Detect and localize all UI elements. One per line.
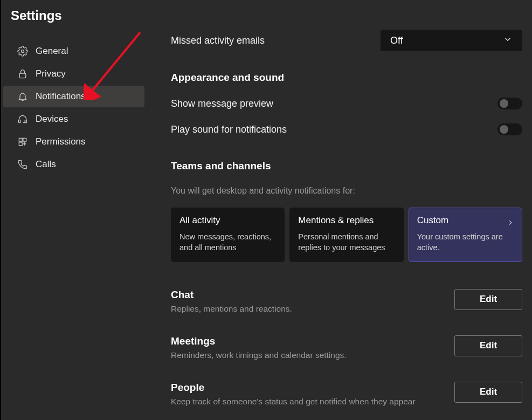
card-desc: New messages, reactions, and all mention…	[179, 231, 276, 253]
card-desc: Personal mentions and replies to your me…	[298, 231, 395, 253]
sidebar-item-notifications[interactable]: Notifications	[3, 86, 144, 107]
card-title: Custom	[417, 215, 514, 226]
sidebar-item-label: Privacy	[36, 68, 66, 79]
meetings-desc: Reminders, work timings and calendar set…	[171, 350, 347, 360]
lock-icon	[17, 68, 28, 79]
people-desc: Keep track of someone's status and get n…	[171, 397, 416, 407]
bell-icon	[17, 91, 28, 102]
sidebar-item-label: Calls	[36, 159, 56, 170]
sidebar-item-general[interactable]: General	[3, 40, 144, 62]
svg-rect-6	[19, 142, 22, 146]
play-sound-label: Play sound for notifications	[171, 124, 287, 135]
apps-icon	[17, 136, 28, 147]
meetings-edit-button[interactable]: Edit	[454, 335, 522, 356]
page-title: Settings	[1, 8, 147, 39]
card-custom[interactable]: Custom Your custom settings are active.	[409, 208, 522, 262]
phone-icon	[17, 159, 28, 170]
card-all-activity[interactable]: All activity New messages, reactions, an…	[171, 208, 285, 262]
sidebar-item-privacy[interactable]: Privacy	[3, 63, 144, 85]
people-edit-button[interactable]: Edit	[454, 382, 522, 403]
card-title: Mentions & replies	[298, 215, 395, 226]
sidebar-item-label: General	[36, 46, 68, 57]
sidebar-item-devices[interactable]: Devices	[3, 108, 144, 130]
meetings-title: Meetings	[171, 335, 347, 347]
chat-desc: Replies, mentions and reactions.	[171, 304, 292, 314]
teams-subtext: You will get desktop and activity notifi…	[171, 186, 522, 196]
sidebar: Settings General Privacy Notifications D…	[1, 0, 147, 420]
sidebar-item-permissions[interactable]: Permissions	[3, 131, 144, 153]
dropdown-value: Off	[390, 35, 403, 46]
chevron-right-icon	[507, 219, 514, 229]
sidebar-item-label: Permissions	[36, 136, 86, 147]
sidebar-item-calls[interactable]: Calls	[3, 154, 144, 175]
sidebar-item-label: Devices	[36, 114, 68, 125]
svg-rect-5	[23, 138, 26, 141]
content-area: Missed activity emails Off Appearance an…	[147, 0, 532, 420]
svg-rect-1	[19, 73, 26, 78]
gear-icon	[17, 46, 28, 57]
card-desc: Your custom settings are active.	[417, 231, 514, 253]
chevron-down-icon	[503, 35, 513, 47]
svg-rect-3	[25, 120, 26, 123]
message-preview-label: Show message preview	[171, 98, 273, 109]
missed-emails-dropdown[interactable]: Off	[381, 30, 522, 51]
svg-point-0	[22, 50, 24, 53]
missed-emails-label: Missed activity emails	[171, 35, 265, 46]
teams-heading: Teams and channels	[171, 160, 522, 172]
chat-title: Chat	[171, 289, 292, 301]
chat-edit-button[interactable]: Edit	[454, 289, 522, 310]
card-title: All activity	[179, 215, 276, 226]
play-sound-toggle[interactable]	[498, 123, 522, 135]
appearance-heading: Appearance and sound	[171, 72, 522, 84]
svg-rect-2	[19, 120, 20, 123]
message-preview-toggle[interactable]	[498, 98, 522, 109]
sidebar-item-label: Notifications	[36, 91, 86, 102]
svg-rect-4	[19, 138, 22, 141]
headset-icon	[17, 114, 28, 125]
card-mentions-replies[interactable]: Mentions & replies Personal mentions and…	[289, 208, 403, 262]
people-title: People	[171, 382, 416, 394]
